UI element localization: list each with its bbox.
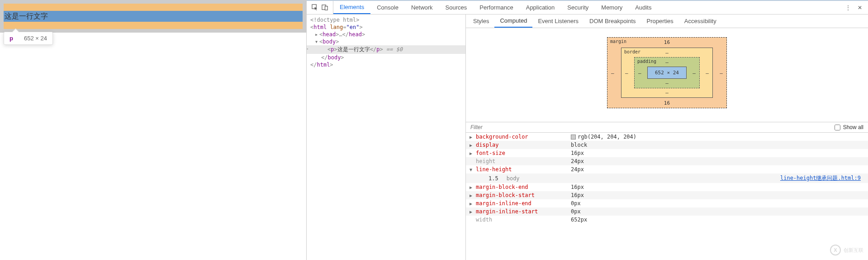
- computed-prop-background-color[interactable]: ▶background-colorrgb(204, 204, 204): [466, 133, 868, 141]
- computed-prop-line-height[interactable]: ▼line-height24px: [466, 165, 868, 173]
- computed-prop-width[interactable]: width652px: [466, 216, 868, 224]
- devtools-tab-audits[interactable]: Audits: [629, 1, 658, 14]
- dom-html-open[interactable]: <html lang="en">: [307, 24, 465, 31]
- inspected-margin-overlay: 这是一行文字: [4, 4, 303, 29]
- device-toolbar-icon[interactable]: [321, 4, 328, 11]
- dom-tree-pane[interactable]: <!doctype html> <html lang="en"> ▸<head>…: [307, 14, 466, 260]
- tooltip-dimensions: 652 × 24: [24, 35, 47, 42]
- box-padding-label: padding: [637, 59, 656, 64]
- source-link[interactable]: line-height继承问题.html:9: [780, 174, 864, 182]
- page-body-bg: 这是一行文字: [0, 0, 306, 33]
- devtools-tab-network[interactable]: Network: [405, 1, 439, 14]
- inspect-element-icon[interactable]: [311, 4, 318, 11]
- sidebar-tabs: StylesComputedEvent ListenersDOM Breakpo…: [466, 14, 868, 28]
- sidebar-tab-styles[interactable]: Styles: [468, 14, 494, 28]
- dom-selected-p[interactable]: <p>这是一行文字</p> == $0: [307, 45, 465, 54]
- styles-sidebar: StylesComputedEvent ListenersDOM Breakpo…: [466, 14, 868, 260]
- devtools-tab-elements[interactable]: Elements: [333, 1, 370, 14]
- devtools-toolbar: ElementsConsoleNetworkSourcesPerformance…: [307, 1, 868, 14]
- computed-prop-margin-inline-start[interactable]: ▶margin-inline-start0px: [466, 207, 868, 216]
- computed-prop-source-line-height[interactable]: 1.5bodyline-height继承问题.html:9: [466, 173, 868, 183]
- box-content-dims: 652 × 24: [647, 67, 687, 79]
- inspected-paragraph[interactable]: 这是一行文字: [4, 11, 303, 22]
- computed-prop-height[interactable]: height24px: [466, 157, 868, 165]
- dom-head[interactable]: ▸<head>…</head>: [307, 31, 465, 38]
- computed-prop-margin-block-end[interactable]: ▶margin-block-end16px: [466, 183, 868, 191]
- computed-prop-margin-block-start[interactable]: ▶margin-block-start16px: [466, 191, 868, 199]
- devtools-tab-memory[interactable]: Memory: [595, 1, 629, 14]
- show-all-toggle[interactable]: Show all: [835, 124, 863, 130]
- close-devtools-icon[interactable]: ✕: [856, 4, 863, 11]
- devtools-tab-performance[interactable]: Performance: [473, 1, 519, 14]
- sidebar-tab-properties[interactable]: Properties: [641, 14, 679, 28]
- sidebar-tab-dom-breakpoints[interactable]: DOM Breakpoints: [584, 14, 641, 28]
- sidebar-tab-event-listeners[interactable]: Event Listeners: [532, 14, 584, 28]
- dom-doctype[interactable]: <!doctype html>: [307, 16, 465, 24]
- devtools-tabs: ElementsConsoleNetworkSourcesPerformance…: [333, 1, 840, 14]
- box-model-diagram[interactable]: margin 16 16 – – border – – –: [466, 28, 868, 122]
- sidebar-tab-accessibility[interactable]: Accessibility: [679, 14, 722, 28]
- box-border-label: border: [624, 49, 640, 54]
- dom-body-open[interactable]: ▾<body>: [307, 38, 465, 45]
- devtools-tab-security[interactable]: Security: [561, 1, 595, 14]
- rendered-page-pane: 这是一行文字 p 652 × 24: [0, 0, 307, 260]
- computed-properties-list: ▶background-colorrgb(204, 204, 204)▶disp…: [466, 133, 868, 224]
- svg-rect-2: [325, 6, 327, 10]
- dom-body-close[interactable]: </body>: [307, 54, 465, 61]
- devtools-panel: ElementsConsoleNetworkSourcesPerformance…: [307, 0, 868, 260]
- show-all-checkbox[interactable]: [835, 125, 840, 130]
- devtools-tab-console[interactable]: Console: [370, 1, 405, 14]
- more-menu-icon[interactable]: ⋮: [844, 4, 852, 11]
- devtools-tab-application[interactable]: Application: [520, 1, 561, 14]
- computed-prop-margin-inline-end[interactable]: ▶margin-inline-end0px: [466, 199, 868, 207]
- computed-filter-row: Show all: [466, 122, 868, 133]
- computed-prop-font-size[interactable]: ▶font-size16px: [466, 149, 868, 157]
- dom-html-close[interactable]: </html>: [307, 61, 465, 68]
- tooltip-tag: p: [9, 35, 13, 42]
- devtools-tab-sources[interactable]: Sources: [439, 1, 474, 14]
- sidebar-tab-computed[interactable]: Computed: [494, 14, 532, 28]
- element-tooltip: p 652 × 24: [4, 32, 53, 45]
- box-margin-label: margin: [610, 39, 626, 44]
- computed-filter-input[interactable]: [470, 124, 835, 130]
- computed-prop-display[interactable]: ▶displayblock: [466, 141, 868, 149]
